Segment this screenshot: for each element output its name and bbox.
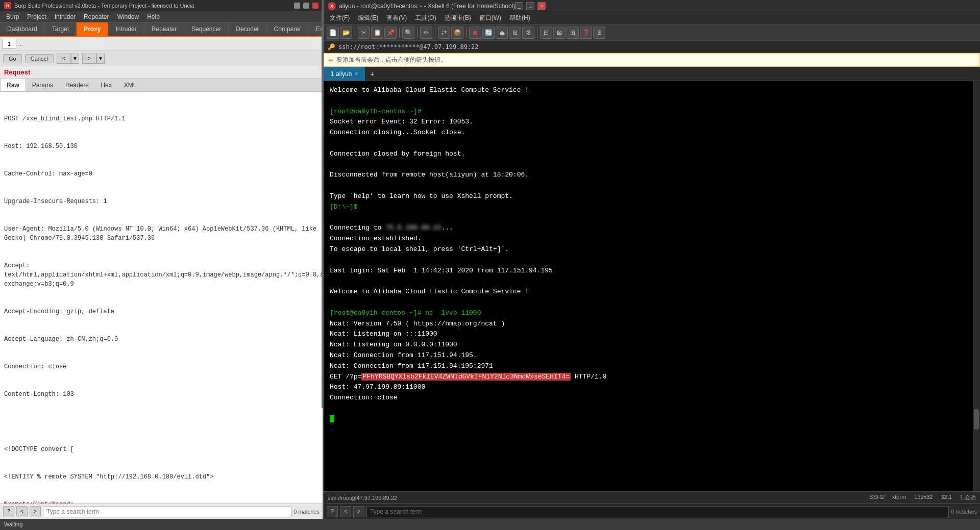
terminal[interactable]: Welcome to Alibaba Cloud Elastic Compute… [324, 81, 980, 491]
tb-transfer-btn[interactable]: ⇄ [438, 27, 450, 39]
term-line-15: Ncat: Version 7.50 ( https://nmap.org/nc… [330, 319, 974, 330]
nav-prev-btn[interactable]: < [57, 54, 71, 64]
address-number[interactable]: 1 [2, 39, 16, 49]
tb-session-btn[interactable]: ⊞ [509, 27, 521, 39]
tb-copy-btn[interactable]: 📋 [371, 27, 383, 39]
tab-comparer[interactable]: Comparer [267, 22, 309, 36]
tb-compose-btn[interactable]: ✏ [420, 27, 432, 39]
search-prev-btn[interactable]: < [16, 506, 28, 517]
menu-help[interactable]: Help [143, 12, 164, 21]
term-line-5: Connection closed by foreign host. [330, 149, 974, 160]
tb-disconnect-btn[interactable]: ⏏ [496, 27, 508, 39]
nav-prev-dropdown[interactable]: ▼ [71, 54, 79, 64]
tab-intruder[interactable]: Intruder [108, 22, 144, 36]
menu-intruder[interactable]: Intruder [51, 12, 80, 21]
burp-toolbar: Go Cancel < ▼ > ▼ [0, 51, 323, 66]
tab-repeater[interactable]: Repeater [144, 22, 184, 36]
term-line-12: Last login: Sat Feb 1 14:42:31 2020 from… [330, 266, 974, 276]
panel-splitter[interactable] [322, 0, 324, 408]
xshell-status-pos: 32,1 [941, 494, 951, 501]
xshell-session-tab[interactable]: 1 aliyun × [324, 67, 365, 81]
tb-more-btn[interactable]: ⊞ [567, 27, 579, 39]
xshell-tab-add-btn[interactable]: + [365, 67, 379, 81]
burp-menu-bar: Burp Project Intruder Repeater Window He… [0, 11, 323, 22]
tb-sftp-btn[interactable]: 📦 [451, 27, 463, 39]
menu-project[interactable]: Project [23, 12, 50, 21]
tab-dashboard[interactable]: Dashboard [0, 22, 45, 36]
tb-sep6 [537, 28, 537, 38]
search-help-btn[interactable]: ? [3, 506, 14, 517]
req-tab-raw[interactable]: Raw [0, 79, 26, 91]
tb-reconnect-btn[interactable]: 🔄 [482, 27, 495, 39]
burp-tab-bar: Dashboard Target Proxy Intruder Repeater… [0, 22, 323, 37]
term-line-22: Connection: close [330, 393, 974, 403]
xshell-search-input[interactable] [366, 506, 949, 517]
tb-settings-btn[interactable]: ⚙ [522, 27, 534, 39]
tb-tile2-btn[interactable]: ⊠ [553, 27, 566, 39]
term-line-1: Welcome to Alibaba Cloud Elastic Compute… [330, 85, 974, 96]
tab-decoder[interactable]: Decoder [229, 22, 266, 36]
term-line-2: [root@ca0y1h-centos ~]# [330, 107, 974, 117]
tb-help-btn[interactable]: ❓ [580, 27, 592, 39]
xshell-status-ssh2: SSH2 [869, 494, 884, 501]
xshell-menu-view[interactable]: 查看(V) [382, 13, 411, 23]
search-input[interactable] [43, 506, 291, 517]
req-tab-headers[interactable]: Headers [59, 79, 94, 91]
xshell-maximize-btn[interactable]: □ [526, 2, 534, 10]
info-text: 要添加当前会话，点击左侧的箭头按钮。 [336, 56, 447, 64]
scrollbar-thumb[interactable] [974, 409, 979, 430]
cancel-button[interactable]: Cancel [25, 54, 54, 63]
nav-next-btn[interactable]: > [82, 54, 96, 64]
xshell-search-prev-btn[interactable]: < [340, 506, 351, 517]
xshell-status-size: 132x32 [914, 494, 933, 501]
tb-stop-btn[interactable]: ⏹ [469, 27, 481, 39]
tb-sep5 [466, 28, 467, 38]
xshell-close-btn[interactable]: × [537, 2, 546, 10]
tb-screen-btn[interactable]: 🖥 [593, 27, 605, 39]
tb-tile-btn[interactable]: ⊟ [540, 27, 552, 39]
tb-open-btn[interactable]: 📂 [340, 27, 352, 39]
xshell-menu-edit[interactable]: 编辑(E) [354, 13, 382, 23]
tb-find-btn[interactable]: 🔍 [402, 27, 414, 39]
request-body[interactable]: POST /xxe_blind_test.php HTTP/1.1 Host: … [0, 92, 323, 503]
xshell-title-text: aliyun - root@ca0y1h-centos:~ - Xshell 6… [339, 3, 515, 10]
tab-sequencer[interactable]: Sequencer [184, 22, 229, 36]
menu-window[interactable]: Window [113, 12, 143, 21]
term-line-3: Socket error Event: 32 Error: 10053. [330, 117, 974, 128]
tb-cut-btn[interactable]: ✂ [358, 27, 370, 39]
burp-close-btn[interactable] [312, 3, 318, 9]
xshell-search-bar: ? < > 0 matches [324, 503, 980, 519]
req-tab-hex[interactable]: Hex [94, 79, 117, 91]
term-line-6: Disconnected from remote host(aliyun) at… [330, 170, 974, 181]
tb-paste-btn[interactable]: 📌 [384, 27, 397, 39]
request-line-9: Connection: close [4, 362, 318, 371]
nav-next-dropdown[interactable]: ▼ [96, 54, 105, 64]
request-tabs: Raw Params Headers Hex XML [0, 79, 323, 92]
tab-target[interactable]: Target [45, 22, 77, 36]
request-line-4: Upgrade-Insecure-Requests: 1 [4, 197, 318, 206]
search-next-btn[interactable]: > [30, 506, 41, 517]
xshell-menu-help[interactable]: 帮助(H) [505, 13, 534, 23]
req-tab-xml[interactable]: XML [118, 79, 143, 91]
xshell-menu-tools[interactable]: 工具(O) [411, 13, 440, 23]
request-line-8: Accept-Language: zh-CN,zh;q=0.9 [4, 335, 318, 344]
xshell-menu-window[interactable]: 窗口(W) [475, 13, 505, 23]
req-tab-params[interactable]: Params [26, 79, 59, 91]
menu-repeater[interactable]: Repeater [80, 12, 113, 21]
tb-new-btn[interactable]: 📄 [327, 27, 339, 39]
burp-minimize-btn[interactable] [294, 3, 300, 9]
xshell-search-help-btn[interactable]: ? [327, 506, 338, 517]
terminal-scrollbar[interactable] [973, 81, 980, 491]
menu-burp[interactable]: Burp [2, 12, 23, 21]
term-line-18: Ncat: Connection from 117.151.94.195. [330, 350, 974, 361]
burp-maximize-btn[interactable] [303, 3, 309, 9]
tab-proxy[interactable]: Proxy [77, 22, 108, 36]
xshell-tab-close-btn[interactable]: × [355, 71, 358, 77]
go-button[interactable]: Go [3, 54, 22, 63]
xshell-menu-file[interactable]: 文件(F) [326, 13, 354, 23]
term-blank-4 [330, 181, 974, 191]
xshell-search-next-btn[interactable]: > [353, 506, 364, 517]
xshell-menu-tab[interactable]: 选项卡(B) [440, 13, 475, 23]
term-blank-8 [330, 297, 974, 308]
xshell-minimize-btn[interactable]: _ [515, 2, 523, 10]
